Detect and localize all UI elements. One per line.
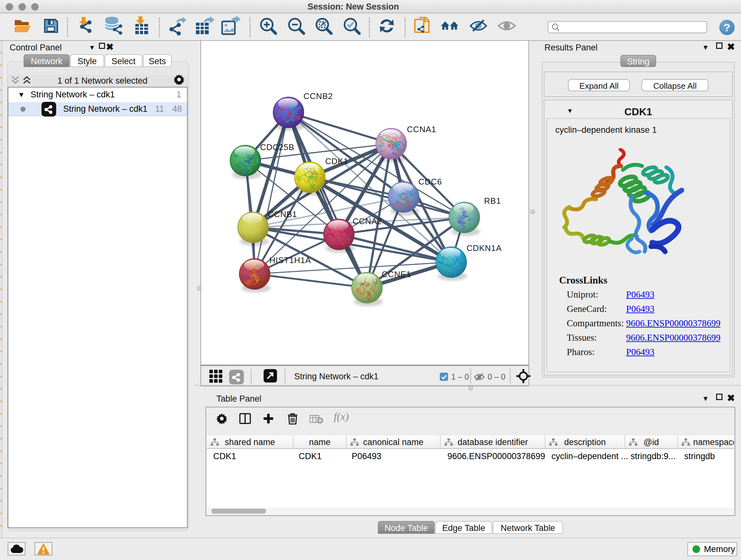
svg-text:RB1: RB1 [484,196,501,206]
svg-text:CDC25B: CDC25B [260,142,294,152]
svg-text:CCNA2: CCNA2 [353,216,382,226]
svg-text:HIST1H1A: HIST1H1A [269,255,311,265]
svg-text:CCNB2: CCNB2 [304,91,333,101]
svg-text:CDKN1A: CDKN1A [467,243,502,253]
svg-text:CDK1: CDK1 [325,157,348,166]
svg-text:CDC6: CDC6 [418,177,442,186]
svg-text:CCNA1: CCNA1 [407,125,436,134]
svg-text:CCNB1: CCNB1 [268,209,297,219]
svg-text:CCNE1: CCNE1 [382,269,411,279]
